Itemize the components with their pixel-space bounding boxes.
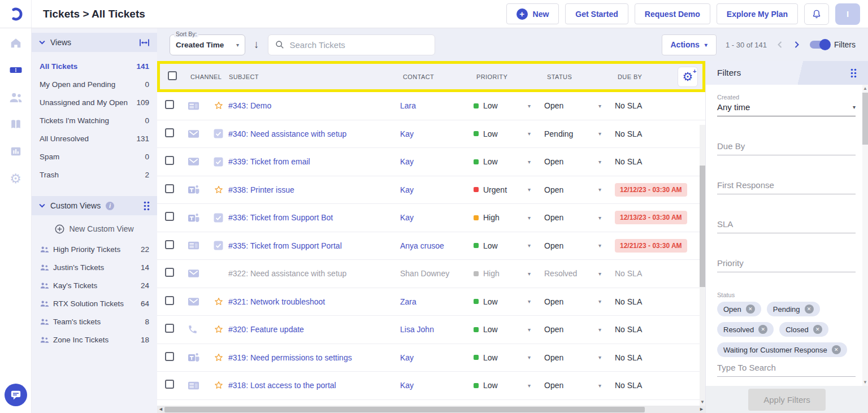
ticket-subject-link[interactable]: #339: Ticket from email — [228, 157, 400, 166]
status-search-input[interactable] — [717, 363, 856, 377]
priority-filter-input[interactable] — [717, 258, 856, 272]
ticket-contact-link[interactable]: Kay — [400, 157, 474, 166]
status-dropdown[interactable]: Open ▾ — [544, 213, 615, 222]
apply-filters-button[interactable]: Apply Filters — [748, 389, 826, 411]
ticket-subject-link[interactable]: #338: Printer issue — [228, 185, 400, 194]
ticket-contact-link[interactable]: Kay — [400, 353, 474, 362]
ticket-subject-link[interactable]: #343: Demo — [228, 101, 400, 110]
table-row[interactable]: #320: Feature update Lisa John Low ▾ Ope… — [157, 316, 705, 344]
table-row[interactable]: #338: Printer issue Kay Urgent ▾ Open ▾ … — [157, 176, 705, 205]
table-vertical-scrollbar[interactable]: ▼ — [700, 125, 705, 406]
remove-chip-icon[interactable]: ✕ — [805, 305, 814, 314]
star-icon[interactable] — [214, 353, 224, 363]
status-dropdown[interactable]: Open ▾ — [544, 157, 615, 166]
ticket-contact-link[interactable]: Kay — [400, 213, 474, 222]
remove-chip-icon[interactable]: ✕ — [832, 345, 841, 354]
column-header-subject[interactable]: SUBJECT — [229, 73, 403, 80]
priority-dropdown[interactable]: Low ▾ — [474, 297, 544, 306]
request-demo-button[interactable]: Request Demo — [635, 3, 710, 24]
status-dropdown[interactable]: Pending ▾ — [544, 129, 615, 138]
scroll-down-arrow-icon[interactable]: ▼ — [863, 380, 867, 385]
search-input[interactable] — [290, 40, 428, 50]
explore-my-plan-button[interactable]: Explore My Plan — [717, 3, 798, 24]
status-dropdown[interactable]: Open ▾ — [544, 297, 615, 306]
drag-grid-icon[interactable] — [850, 68, 857, 78]
priority-dropdown[interactable]: Low ▾ — [474, 129, 544, 138]
column-header-channel[interactable]: CHANNEL — [190, 73, 229, 80]
created-filter-dropdown[interactable]: Any time ▾ — [717, 102, 856, 116]
search-box[interactable] — [268, 34, 435, 55]
row-checkbox[interactable] — [165, 184, 174, 193]
new-button[interactable]: + New — [506, 3, 559, 24]
ticket-subject-link[interactable]: #319: Need permissions to settings — [228, 353, 400, 362]
scroll-left-arrow-icon[interactable]: ◄ — [158, 406, 163, 412]
scroll-up-arrow-icon[interactable]: ▲ — [863, 86, 867, 91]
remove-chip-icon[interactable]: ✕ — [746, 305, 755, 314]
remove-chip-icon[interactable]: ✕ — [813, 325, 822, 334]
priority-dropdown[interactable]: Low ▾ — [474, 381, 544, 390]
views-section-header[interactable]: Views — [32, 33, 157, 52]
ticket-contact-link[interactable]: Zara — [400, 297, 474, 306]
scroll-down-arrow-icon[interactable]: ▼ — [700, 399, 705, 405]
due-by-filter-input[interactable] — [717, 141, 856, 155]
horizontal-scroll-thumb[interactable] — [164, 407, 645, 412]
actions-button[interactable]: Actions ▾ — [662, 34, 717, 55]
ticket-subject-link[interactable]: #318: Lost access to the portal — [228, 381, 400, 390]
custom-view-item[interactable]: RTX Solution Tickets 64 — [32, 294, 157, 312]
row-checkbox[interactable] — [165, 100, 174, 109]
ticket-subject-link[interactable]: #335: Ticket from Support Portal — [228, 241, 400, 250]
views-list-item[interactable]: Unassigned and My Open 109 — [32, 93, 157, 111]
table-row[interactable]: #318: Lost access to the portal Kay Low … — [157, 372, 705, 400]
status-dropdown[interactable]: Open ▾ — [544, 101, 615, 110]
filters-scroll-thumb[interactable] — [862, 93, 868, 145]
info-icon[interactable]: i — [106, 202, 114, 210]
status-dropdown[interactable]: Open ▾ — [544, 381, 615, 390]
custom-views-section-header[interactable]: Custom Views i — [32, 196, 157, 215]
column-header-contact[interactable]: CONTACT — [403, 73, 476, 80]
custom-view-item[interactable]: Zone Inc Tickets 18 — [32, 331, 157, 349]
row-checkbox[interactable] — [165, 128, 174, 137]
ticket-subject-link[interactable]: #321: Network troubleshoot — [228, 297, 400, 306]
table-horizontal-scrollbar[interactable]: ◄ ► — [157, 406, 705, 413]
get-started-button[interactable]: Get Started — [565, 3, 628, 24]
home-icon[interactable] — [8, 36, 23, 50]
table-row[interactable]: #322: Need assistance with setup Shan Do… — [157, 260, 705, 288]
table-row[interactable]: #336: Ticket from Support Bot Kay High ▾… — [157, 204, 705, 232]
status-dropdown[interactable]: Open ▾ — [544, 325, 615, 334]
sort-by-dropdown[interactable]: Sort By: Created Time ▾ — [170, 34, 245, 55]
ticket-contact-link[interactable]: Lisa John — [400, 325, 474, 334]
views-list-item[interactable]: All Unresolved 131 — [32, 129, 157, 147]
ticket-contact-link[interactable]: Kay — [400, 381, 474, 390]
remove-chip-icon[interactable]: ✕ — [758, 325, 767, 334]
row-checkbox[interactable] — [165, 352, 174, 361]
priority-dropdown[interactable]: Low ▾ — [474, 353, 544, 362]
ticket-subject-link[interactable]: #336: Ticket from Support Bot — [228, 213, 400, 222]
priority-dropdown[interactable]: Low ▾ — [474, 241, 544, 250]
analytics-icon[interactable] — [8, 144, 23, 159]
row-checkbox[interactable] — [165, 240, 174, 249]
ticket-contact-link[interactable]: Kay — [400, 129, 474, 138]
notifications-button[interactable] — [804, 3, 829, 25]
first-response-filter-input[interactable] — [717, 180, 856, 194]
ticket-subject-link[interactable]: #322: Need assistance with setup — [228, 269, 400, 278]
new-custom-view-button[interactable]: New Custom View — [32, 220, 157, 238]
row-checkbox[interactable] — [165, 156, 174, 165]
priority-dropdown[interactable]: High ▾ — [474, 213, 544, 222]
user-avatar[interactable]: I — [835, 3, 860, 25]
ticket-subject-link[interactable]: #320: Feature update — [228, 325, 400, 334]
previous-page-button[interactable] — [776, 41, 784, 49]
table-row[interactable]: #319: Need permissions to settings Kay L… — [157, 344, 705, 372]
filters-toggle[interactable] — [810, 41, 829, 49]
scroll-right-arrow-icon[interactable]: ► — [699, 406, 704, 412]
app-logo[interactable] — [0, 0, 32, 28]
priority-dropdown[interactable]: Low ▾ — [474, 101, 544, 110]
views-list-item[interactable]: My Open and Pending 0 — [32, 75, 157, 93]
sort-direction-button[interactable]: ↓ — [254, 38, 259, 51]
views-list-item[interactable]: Spam 0 — [32, 147, 157, 166]
table-row[interactable]: #340: Need assistance with setup Kay Low… — [157, 120, 705, 149]
star-icon[interactable] — [214, 101, 224, 111]
row-checkbox[interactable] — [165, 380, 174, 389]
row-checkbox[interactable] — [165, 324, 174, 333]
priority-dropdown[interactable]: Low ▾ — [474, 157, 544, 166]
table-row[interactable]: #335: Ticket from Support Portal Anya cr… — [157, 232, 705, 260]
